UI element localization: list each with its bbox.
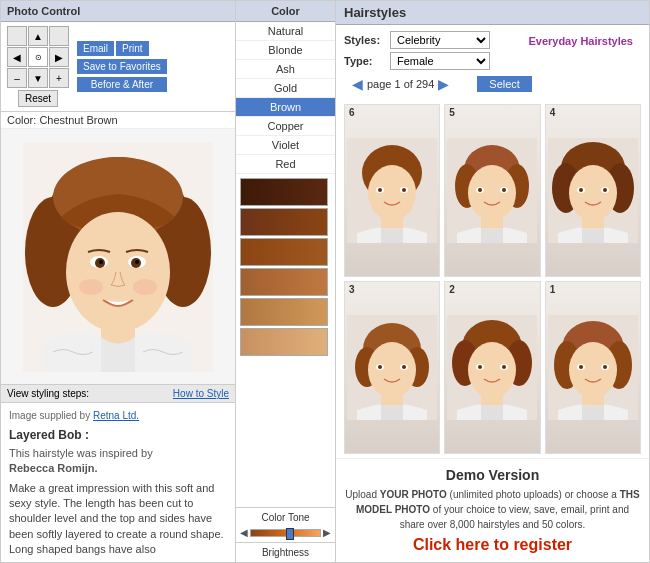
hair-item-5[interactable]: 5 — [444, 104, 540, 277]
type-select[interactable]: Female Male — [390, 52, 490, 70]
svg-point-47 — [368, 342, 416, 398]
color-copper[interactable]: Copper — [236, 117, 335, 136]
image-credit: Image supplied by Retna Ltd. — [9, 409, 227, 423]
svg-point-17 — [368, 165, 416, 221]
arrow-up-right[interactable] — [49, 26, 69, 46]
hair-num-4: 4 — [550, 107, 556, 118]
svg-point-22 — [402, 188, 406, 192]
svg-point-61 — [478, 365, 482, 369]
tone-left-arrow[interactable]: ◀ — [240, 527, 248, 538]
svg-rect-38 — [582, 213, 604, 228]
hair-item-2[interactable]: 2 — [444, 281, 540, 454]
photo-area — [1, 129, 235, 384]
color-panel: Color Natural Blonde Ash Gold Brown Copp… — [236, 1, 336, 562]
hair-person-3 — [345, 282, 439, 453]
color-gold[interactable]: Gold — [236, 79, 335, 98]
svg-point-21 — [378, 188, 382, 192]
tone-track[interactable] — [250, 529, 321, 537]
print-button[interactable]: Print — [116, 41, 149, 56]
svg-point-71 — [579, 365, 583, 369]
color-panel-header: Color — [236, 1, 335, 22]
swatch-5[interactable] — [240, 298, 328, 326]
swatch-2[interactable] — [240, 208, 328, 236]
styles-select[interactable]: Celebrity Everyday Bridal Trendy Classic — [390, 31, 490, 49]
pagination: ◀ page 1 of 294 ▶ — [344, 74, 457, 94]
desc-title: Layered Bob : — [9, 427, 227, 444]
before-after-button[interactable]: Before & After — [77, 77, 167, 92]
next-page-arrow[interactable]: ▶ — [438, 76, 449, 92]
color-blonde[interactable]: Blonde — [236, 41, 335, 60]
credit-link[interactable]: Retna Ltd. — [93, 410, 139, 421]
hair-num-1: 1 — [550, 284, 556, 295]
photo-control-header: Photo Control — [1, 1, 235, 22]
arrow-up-left[interactable] — [7, 26, 27, 46]
svg-rect-28 — [481, 213, 503, 228]
color-natural[interactable]: Natural — [236, 22, 335, 41]
svg-point-12 — [135, 260, 139, 264]
color-tone-section: Color Tone ◀ ▶ — [236, 507, 335, 542]
reset-button[interactable]: Reset — [18, 90, 58, 107]
svg-rect-58 — [481, 390, 503, 405]
hair-item-4[interactable]: 4 — [545, 104, 641, 277]
hair-person-2 — [445, 282, 539, 453]
everyday-hairstyles-link[interactable]: Everyday Hairstyles — [528, 35, 633, 47]
arrow-right[interactable]: ▶ — [49, 47, 69, 67]
swatch-1[interactable] — [240, 178, 328, 206]
svg-point-5 — [66, 212, 170, 332]
swatch-6[interactable] — [240, 328, 328, 356]
arrow-down[interactable]: ▼ — [28, 68, 48, 88]
color-violet[interactable]: Violet — [236, 136, 335, 155]
type-label: Type: — [344, 55, 384, 67]
right-panel: Hairstyles Styles: Celebrity Everyday Br… — [336, 1, 649, 562]
tone-right-arrow[interactable]: ▶ — [323, 527, 331, 538]
svg-point-31 — [478, 188, 482, 192]
svg-point-42 — [603, 188, 607, 192]
color-red[interactable]: Red — [236, 155, 335, 174]
svg-point-13 — [79, 279, 103, 295]
svg-point-11 — [99, 260, 103, 264]
hair-item-6[interactable]: 6 — [344, 104, 440, 277]
color-ash[interactable]: Ash — [236, 60, 335, 79]
zoom-out[interactable]: – — [7, 68, 27, 88]
styles-controls: Styles: Celebrity Everyday Bridal Trendy… — [336, 25, 649, 100]
hair-item-3[interactable]: 3 — [344, 281, 440, 454]
how-to-style-link[interactable]: How to Style — [173, 388, 229, 399]
svg-point-41 — [579, 188, 583, 192]
hair-item-1[interactable]: 1 — [545, 281, 641, 454]
type-row: Type: Female Male — [344, 52, 490, 70]
prev-page-arrow[interactable]: ◀ — [352, 76, 363, 92]
styles-label: Styles: — [344, 34, 384, 46]
demo-section: Demo Version Upload YOUR PHOTO (unlimite… — [336, 458, 649, 562]
svg-point-72 — [603, 365, 607, 369]
svg-point-27 — [468, 165, 516, 221]
save-favorites-button[interactable]: Save to Favorites — [77, 59, 167, 74]
hair-person-1 — [546, 282, 640, 453]
styling-bar: View styling steps: How to Style — [1, 384, 235, 402]
arrow-pad: ▲ ◀ ⊙ ▶ – ▼ + — [7, 26, 69, 88]
svg-rect-18 — [381, 213, 403, 228]
arrow-up[interactable]: ▲ — [28, 26, 48, 46]
email-button[interactable]: Email — [77, 41, 114, 56]
zoom-in[interactable]: + — [49, 68, 69, 88]
hair-num-3: 3 — [349, 284, 355, 295]
svg-point-52 — [402, 365, 406, 369]
left-panel: Photo Control ▲ ◀ ⊙ ▶ – ▼ + Reset — [1, 1, 236, 562]
swatch-4[interactable] — [240, 268, 328, 296]
register-link[interactable]: Click here to register — [344, 536, 641, 554]
hair-person-4 — [546, 105, 640, 276]
select-button[interactable]: Select — [477, 76, 532, 92]
brightness-section: Brightness — [236, 542, 335, 562]
swatch-3[interactable] — [240, 238, 328, 266]
color-tone-slider[interactable]: ◀ ▶ — [240, 527, 331, 538]
tone-thumb[interactable] — [286, 528, 294, 540]
arrow-center[interactable]: ⊙ — [28, 47, 48, 67]
hair-num-5: 5 — [449, 107, 455, 118]
svg-point-37 — [569, 165, 617, 221]
color-brown[interactable]: Brown — [236, 98, 335, 117]
action-buttons: Email Print Save to Favorites Before & A… — [77, 41, 167, 92]
svg-point-57 — [468, 342, 516, 398]
svg-point-62 — [502, 365, 506, 369]
page-text: page 1 of 294 — [367, 78, 434, 90]
hair-num-2: 2 — [449, 284, 455, 295]
arrow-left[interactable]: ◀ — [7, 47, 27, 67]
